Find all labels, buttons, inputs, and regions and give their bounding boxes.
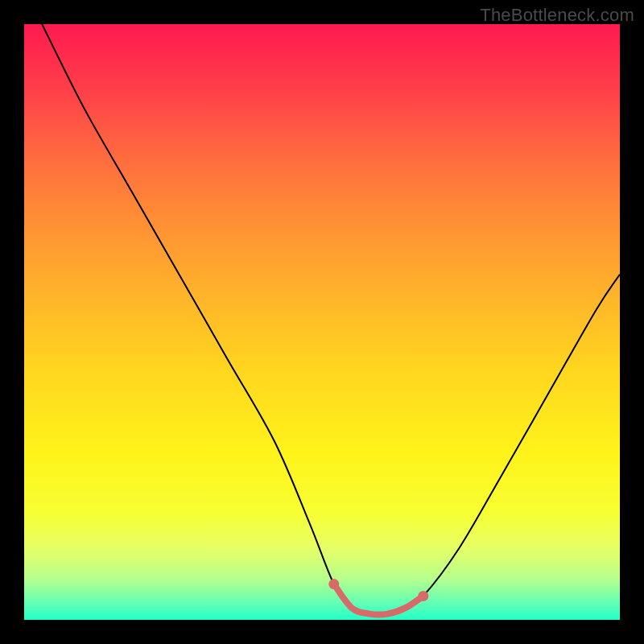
watermark-text: TheBottleneck.com bbox=[480, 5, 634, 26]
svg-point-0 bbox=[328, 579, 339, 589]
optimal-segment-line bbox=[334, 584, 423, 615]
chart-svg bbox=[24, 24, 620, 620]
bottleneck-curve bbox=[42, 24, 620, 615]
chart-area bbox=[24, 24, 620, 620]
svg-point-1 bbox=[418, 591, 428, 601]
